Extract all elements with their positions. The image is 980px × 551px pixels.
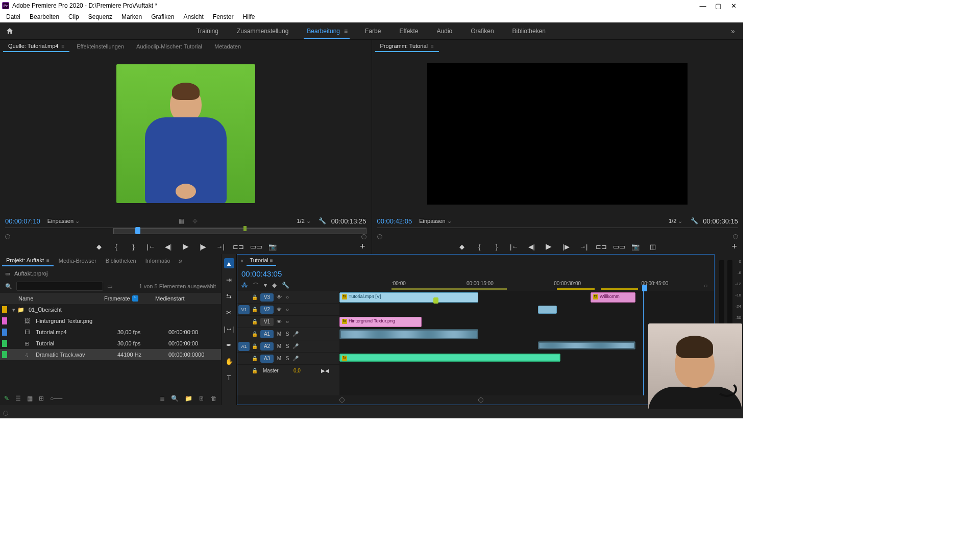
source-insert-button[interactable]: ⊏⊐ xyxy=(233,243,243,251)
tab-project[interactable]: Projekt: Auftakt≡ xyxy=(2,255,54,266)
source-zoom-dropdown[interactable]: Einpassen xyxy=(44,217,83,226)
lock-icon[interactable]: 🔒 xyxy=(251,307,259,312)
workspace-effekte[interactable]: Effekte xyxy=(390,23,427,39)
program-export-frame-button[interactable]: 📷 xyxy=(630,243,641,251)
project-tabs-overflow[interactable]: » xyxy=(176,257,186,265)
menu-ansicht[interactable]: Ansicht xyxy=(179,12,207,21)
workspace-audio[interactable]: Audio xyxy=(428,23,462,39)
source-patch-a1[interactable]: A1 xyxy=(238,342,250,351)
pen-tool[interactable]: ✒ xyxy=(224,340,234,350)
track-toggle-output-icon[interactable]: 👁 xyxy=(275,307,283,312)
project-row-sequence[interactable]: ⊞ Tutorial 30,00 fps 00:00:00:00 xyxy=(0,338,221,349)
workspace-menu-icon[interactable]: ≡ xyxy=(344,28,347,35)
source-timecode-current[interactable]: 00:00:07:10 xyxy=(5,217,40,225)
project-tab-menu-icon[interactable]: ≡ xyxy=(46,258,50,263)
source-tab-menu-icon[interactable]: ≡ xyxy=(61,43,64,49)
project-automate-icon[interactable]: ≣ xyxy=(160,395,165,402)
track-header-a2[interactable]: A1🔒 A2 M S 🎤 xyxy=(237,340,339,353)
menu-bearbeiten[interactable]: Bearbeiten xyxy=(26,12,63,21)
menu-clip[interactable]: Clip xyxy=(64,12,83,21)
slip-tool[interactable]: |↔| xyxy=(224,323,234,334)
project-delete-button[interactable]: 🗑 xyxy=(211,395,217,402)
hand-tool[interactable]: ✋ xyxy=(224,356,234,366)
track-solo-button[interactable]: S xyxy=(283,356,291,361)
source-mark-out-button[interactable]: } xyxy=(129,243,139,251)
project-search-input[interactable] xyxy=(16,282,103,291)
home-button[interactable] xyxy=(0,27,19,35)
project-list-view-icon[interactable]: ☰ xyxy=(15,395,21,402)
tab-media-browser[interactable]: Media-Browser xyxy=(55,256,101,266)
source-goto-out-button[interactable]: →| xyxy=(215,243,226,251)
column-name[interactable]: Name xyxy=(2,295,104,302)
source-patch-v1[interactable]: V1 xyxy=(238,305,250,314)
clip-willkomm[interactable]: fxWillkomm xyxy=(591,292,635,303)
project-new-bin-button[interactable]: 📁 xyxy=(185,395,192,402)
track-header-v1[interactable]: 🔒 V1 👁 ○ xyxy=(237,316,339,328)
source-goto-in-button[interactable]: |← xyxy=(146,243,156,251)
project-write-icon[interactable]: ✎ xyxy=(4,395,9,402)
source-resolution-dropdown[interactable]: 1/2 xyxy=(293,217,313,226)
timeline-settings-icon[interactable]: 🔧 xyxy=(282,282,289,290)
project-new-item-button[interactable]: 🗎 xyxy=(199,395,205,402)
program-timecode-current[interactable]: 00:00:42:05 xyxy=(377,217,412,225)
program-time-ruler[interactable] xyxy=(377,228,739,239)
timeline-linked-selection-icon[interactable]: ⌒ xyxy=(253,282,259,290)
tab-metadata[interactable]: Metadaten xyxy=(209,41,246,52)
source-add-marker-button[interactable]: ◆ xyxy=(94,243,104,251)
timeline-marker-icon[interactable]: ▾ xyxy=(264,282,267,290)
project-freeform-view-icon[interactable]: ⊞ xyxy=(39,395,44,402)
clip-marker[interactable] xyxy=(433,297,438,304)
track-name[interactable]: A1 xyxy=(260,330,274,338)
lock-icon[interactable]: 🔒 xyxy=(251,294,259,300)
lock-icon[interactable]: 🔒 xyxy=(251,343,259,349)
maximize-button[interactable]: ▢ xyxy=(710,2,726,10)
project-new-bin-icon[interactable]: ▭ xyxy=(107,283,112,290)
project-row-bin[interactable]: ▾ 📁 01_Übersicht xyxy=(0,304,221,315)
tab-effect-controls[interactable]: Effekteinstellungen xyxy=(71,41,129,52)
tab-program[interactable]: Programm: Tutorial≡ xyxy=(375,41,439,52)
workspace-overflow-button[interactable]: » xyxy=(723,27,743,35)
program-goto-in-button[interactable]: |← xyxy=(509,243,519,251)
track-name[interactable]: A3 xyxy=(260,355,274,363)
track-header-a1[interactable]: 🔒 A1 M S 🎤 xyxy=(237,328,339,340)
clip-hintergrund[interactable]: fxHintergrund Textur.png xyxy=(339,317,422,327)
source-settings-icon[interactable]: 🔧 xyxy=(318,216,327,226)
master-value[interactable]: 0,0 xyxy=(293,368,301,373)
timeline-tab-close[interactable]: × xyxy=(240,258,243,264)
project-find-icon[interactable]: 🔍 xyxy=(171,395,179,402)
track-voice-over-icon[interactable]: 🎤 xyxy=(291,343,300,349)
workspace-zusammenstellung[interactable]: Zusammenstellung xyxy=(228,23,298,39)
track-header-v2[interactable]: V1🔒 V2 👁 ○ xyxy=(237,304,339,316)
program-lift-button[interactable]: ⊏⊐ xyxy=(596,243,606,251)
track-name[interactable]: V3 xyxy=(260,293,274,302)
lock-icon[interactable]: 🔒 xyxy=(251,319,259,324)
source-out-point[interactable] xyxy=(243,226,247,231)
program-mark-in-button[interactable]: { xyxy=(474,243,484,251)
menu-fenster[interactable]: Fenster xyxy=(209,12,238,21)
project-row-image[interactable]: 🖼 Hintergrund Textur.png xyxy=(0,315,221,327)
program-resolution-dropdown[interactable]: 1/2 xyxy=(666,217,685,226)
track-header-a3[interactable]: 🔒 A3 M S 🎤 xyxy=(237,353,339,365)
source-play-button[interactable]: ▶ xyxy=(181,242,191,251)
source-step-forward-button[interactable]: |▶ xyxy=(198,243,208,251)
program-comparison-button[interactable]: ◫ xyxy=(648,243,658,251)
clip-small[interactable] xyxy=(538,306,557,314)
program-mark-out-button[interactable]: } xyxy=(492,243,502,251)
column-framerate[interactable]: Framerate˄ xyxy=(104,295,155,302)
track-name[interactable]: V1 xyxy=(260,318,274,326)
track-solo-button[interactable]: S xyxy=(283,331,291,337)
clip-audio-a1[interactable] xyxy=(339,329,478,339)
lock-icon[interactable]: 🔒 xyxy=(252,368,258,373)
timeline-tab[interactable]: Tutorial ≡ xyxy=(247,256,276,266)
source-playhead[interactable] xyxy=(135,227,140,234)
program-tab-menu-icon[interactable]: ≡ xyxy=(431,43,434,49)
program-play-button[interactable]: ▶ xyxy=(544,242,554,251)
track-toggle-output-icon[interactable]: 👁 xyxy=(275,294,283,300)
timeline-tab-menu-icon[interactable]: ≡ xyxy=(270,258,273,263)
tab-audio-mixer[interactable]: Audioclip-Mischer: Tutorial xyxy=(131,41,207,52)
program-extract-button[interactable]: ▭▭ xyxy=(613,243,623,251)
timeline-ruler[interactable]: :00:00 00:00:15:00 00:00:30:00 00:00:45:… xyxy=(391,280,704,292)
workspace-training[interactable]: Training xyxy=(187,23,228,39)
menu-datei[interactable]: Datei xyxy=(2,12,24,21)
workspace-bearbeitung[interactable]: Bearbeitung≡ xyxy=(298,23,356,39)
